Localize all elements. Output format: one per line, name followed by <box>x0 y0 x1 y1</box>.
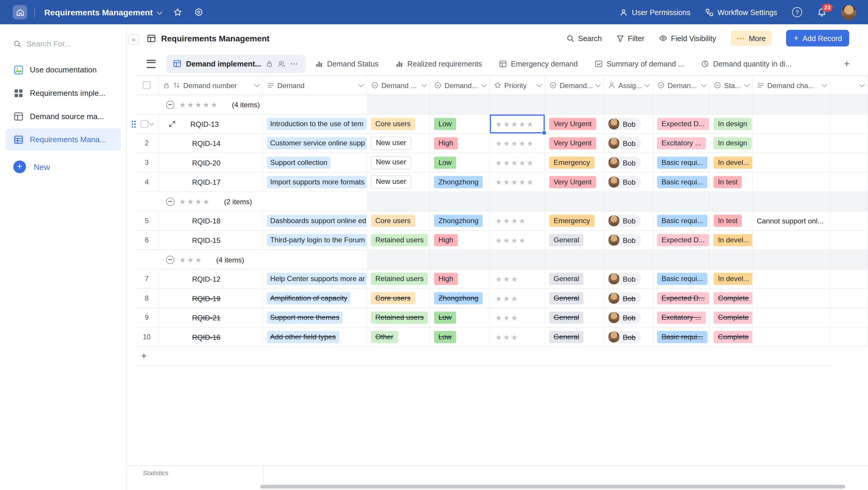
collapse-group-icon[interactable] <box>166 255 175 264</box>
notifications-button[interactable]: 23 <box>817 7 827 17</box>
demand-level-cell[interactable]: Low <box>430 308 490 328</box>
row-number-cell[interactable]: 5 <box>135 211 159 231</box>
status-cell[interactable]: In design <box>710 134 753 153</box>
demand-number-cell[interactable]: RQID-13 <box>159 115 263 134</box>
demand-cell[interactable]: Customer service online supp <box>263 134 367 153</box>
demand-level-cell[interactable]: Low <box>430 327 490 347</box>
empty-cell[interactable] <box>831 289 868 308</box>
home-button[interactable] <box>13 5 27 20</box>
user-permissions-button[interactable]: User Permissions <box>620 8 690 16</box>
assignee-cell[interactable]: Bob <box>604 289 653 308</box>
demand-number-cell[interactable]: RQID-15 <box>159 231 263 250</box>
tab-demand-status[interactable]: Demand Status <box>315 59 378 68</box>
tab-emergency-demand[interactable]: Emergency demand <box>499 59 578 68</box>
priority-cell[interactable]: ★★★★★ <box>490 134 545 153</box>
demand-cell[interactable]: Import supports more formats <box>263 172 367 192</box>
column-header-demand_user[interactable]: Demand ... <box>367 75 430 95</box>
sidebar-item-requirements-implementation[interactable]: Requirements imple... <box>6 82 121 104</box>
demand-class-cell[interactable]: Basic requi... <box>653 211 710 231</box>
empty-cell[interactable] <box>831 134 868 153</box>
chevron-down-icon[interactable] <box>481 81 486 87</box>
assignee-cell[interactable]: Bob <box>604 115 653 134</box>
demand-cell[interactable]: Introduction to the use of tem <box>263 115 367 134</box>
help-icon[interactable]: ? <box>792 7 802 17</box>
demand-number-cell[interactable]: RQID-17 <box>159 172 263 192</box>
demand-cell[interactable]: Help Center supports more ar <box>263 269 367 289</box>
demand-user-cell[interactable]: Retained users <box>367 308 430 328</box>
demand-urgency-cell[interactable]: General <box>545 269 604 289</box>
chevron-down-icon[interactable] <box>149 121 154 126</box>
status-cell[interactable]: Complete <box>710 327 753 347</box>
tab-summary-of-demand[interactable]: Summary of demand ... <box>594 59 684 68</box>
demand-user-cell[interactable]: Core users <box>367 211 430 231</box>
filter-button[interactable]: Filter <box>616 34 644 42</box>
chevron-down-icon[interactable] <box>645 81 650 87</box>
row-number-cell[interactable]: 7 <box>135 269 159 289</box>
assignee-cell[interactable]: Bob <box>604 134 653 153</box>
status-cell[interactable]: Complete <box>710 289 753 308</box>
row-number-cell[interactable]: 8 <box>135 289 159 308</box>
group-header[interactable]: ★★★★★(4 items) <box>135 95 367 115</box>
demand-channel-cell[interactable]: Cannot support onl... <box>753 211 831 231</box>
workspace-title-dropdown[interactable]: Requirements Management <box>44 7 161 17</box>
favorite-star-icon[interactable] <box>174 8 182 17</box>
new-button[interactable]: + New <box>0 161 126 173</box>
demand-class-cell[interactable]: Excitatory ... <box>653 134 710 153</box>
chevron-down-icon[interactable] <box>254 81 259 87</box>
assignee-cell[interactable]: Bob <box>604 327 653 347</box>
collapse-group-icon[interactable] <box>166 100 175 109</box>
demand-level-cell[interactable]: High <box>430 269 490 289</box>
demand-urgency-cell[interactable]: Emergency <box>545 211 604 231</box>
demand-channel-cell[interactable] <box>753 327 831 347</box>
demand-class-cell[interactable]: Basic requi... <box>653 327 710 347</box>
status-cell[interactable]: In devel... <box>710 269 753 289</box>
demand-number-cell[interactable]: RQID-21 <box>159 308 263 328</box>
demand-class-cell[interactable]: Basic requi... <box>653 153 710 173</box>
demand-user-cell[interactable]: New user <box>367 134 430 153</box>
demand-class-cell[interactable]: Expected D... <box>653 231 710 250</box>
column-header-demand_number[interactable]: Demand number <box>159 75 263 95</box>
assignee-cell[interactable]: Bob <box>604 172 653 192</box>
demand-channel-cell[interactable] <box>753 134 831 153</box>
demand-level-cell[interactable]: Low <box>430 115 490 134</box>
selection-handle[interactable] <box>542 131 546 135</box>
more-button[interactable]: ⋯ More <box>731 30 772 46</box>
template-center-icon[interactable] <box>194 8 204 17</box>
demand-channel-cell[interactable] <box>753 172 831 192</box>
demand-user-cell[interactable]: Core users <box>367 115 430 134</box>
column-header-demand[interactable]: Demand <box>263 75 367 95</box>
assignee-cell[interactable]: Bob <box>604 308 653 328</box>
priority-cell[interactable]: ★★★ <box>490 289 545 308</box>
assignee-cell[interactable]: Bob <box>604 269 653 289</box>
status-cell[interactable]: In design <box>710 115 753 134</box>
chevron-down-icon[interactable] <box>358 81 363 87</box>
chevron-down-icon[interactable] <box>536 81 541 87</box>
demand-level-cell[interactable]: High <box>430 134 490 153</box>
group-header[interactable]: ★★★(4 items) <box>135 250 367 269</box>
status-cell[interactable]: Complete <box>710 308 753 328</box>
empty-cell[interactable] <box>831 153 868 173</box>
assignee-cell[interactable]: Bob <box>604 153 653 173</box>
row-number-cell[interactable]: 9 <box>135 308 159 328</box>
demand-cell[interactable]: Amplification of capacity <box>263 289 367 308</box>
demand-cell[interactable]: Third-party login to the Forum <box>263 231 367 250</box>
search-button[interactable]: Search <box>566 34 601 42</box>
demand-user-cell[interactable]: New user <box>367 172 430 192</box>
demand-class-cell[interactable]: Basic requi... <box>653 172 710 192</box>
demand-channel-cell[interactable] <box>753 308 831 328</box>
chevron-down-icon[interactable] <box>421 81 426 87</box>
chevron-down-icon[interactable] <box>595 81 600 87</box>
empty-cell[interactable] <box>831 269 868 289</box>
tab-options-icon[interactable]: ⋯ <box>290 61 299 66</box>
demand-channel-cell[interactable] <box>753 231 831 250</box>
view-list-icon[interactable] <box>147 59 156 68</box>
priority-cell[interactable]: ★★★★★ <box>490 115 545 134</box>
row-number-cell[interactable]: 3 <box>135 153 159 173</box>
status-cell[interactable]: In test <box>710 172 753 192</box>
row-number-cell[interactable]: 2 <box>135 134 159 153</box>
tab-realized-requirements[interactable]: Realized requirements <box>395 59 482 68</box>
assignee-cell[interactable]: Bob <box>604 231 653 250</box>
demand-user-cell[interactable]: Other <box>367 327 430 347</box>
user-avatar[interactable] <box>841 5 857 20</box>
demand-cell[interactable]: Dashboards support online ed <box>263 211 367 231</box>
